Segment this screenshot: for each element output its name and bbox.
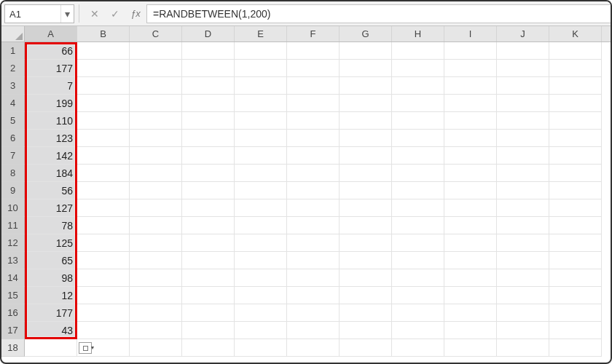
cell-c9[interactable] — [130, 182, 182, 199]
cell-f12[interactable] — [287, 234, 340, 252]
row-header-12[interactable]: 12 — [1, 234, 25, 252]
cell-e8[interactable] — [235, 165, 287, 182]
cell-b8[interactable] — [77, 165, 130, 182]
cell-j6[interactable] — [497, 130, 549, 147]
cell-e7[interactable] — [235, 147, 287, 165]
cell-e2[interactable] — [235, 60, 287, 77]
cell-f1[interactable] — [287, 42, 340, 60]
cell-i5[interactable] — [444, 112, 497, 130]
cell-h5[interactable] — [392, 112, 444, 130]
cell-k16[interactable] — [549, 304, 602, 322]
cell-f14[interactable] — [287, 269, 340, 287]
cell-j7[interactable] — [497, 147, 549, 165]
cell-c15[interactable] — [130, 287, 182, 304]
cell-i13[interactable] — [444, 252, 497, 269]
cell-j16[interactable] — [497, 304, 549, 322]
cell-g6[interactable] — [340, 130, 392, 147]
column-header-g[interactable]: G — [340, 26, 392, 41]
cell-g12[interactable] — [340, 234, 392, 252]
cell-d13[interactable] — [182, 252, 235, 269]
cell-d1[interactable] — [182, 42, 235, 60]
cell-g14[interactable] — [340, 269, 392, 287]
cell-h9[interactable] — [392, 182, 444, 199]
cell-g7[interactable] — [340, 147, 392, 165]
cell-i6[interactable] — [444, 130, 497, 147]
cell-c16[interactable] — [130, 304, 182, 322]
cell-h16[interactable] — [392, 304, 444, 322]
cell-b10[interactable] — [77, 199, 130, 217]
column-header-a[interactable]: A — [25, 26, 77, 41]
cell-k18[interactable] — [549, 339, 602, 357]
cell-j3[interactable] — [497, 77, 549, 95]
row-header-14[interactable]: 14 — [1, 269, 25, 287]
cell-a14[interactable]: 98 — [25, 269, 77, 287]
cell-j17[interactable] — [497, 322, 549, 339]
autofill-options-button[interactable] — [79, 342, 92, 354]
cell-a6[interactable]: 123 — [25, 130, 77, 147]
column-header-c[interactable]: C — [130, 26, 182, 41]
column-header-e[interactable]: E — [235, 26, 287, 41]
cell-h12[interactable] — [392, 234, 444, 252]
cell-e3[interactable] — [235, 77, 287, 95]
row-header-16[interactable]: 16 — [1, 304, 25, 322]
cell-f16[interactable] — [287, 304, 340, 322]
row-header-8[interactable]: 8 — [1, 165, 25, 182]
cell-a3[interactable]: 7 — [25, 77, 77, 95]
column-header-f[interactable]: F — [287, 26, 340, 41]
cell-i2[interactable] — [444, 60, 497, 77]
cell-a11[interactable]: 78 — [25, 217, 77, 234]
cell-b4[interactable] — [77, 95, 130, 112]
cell-a1[interactable]: 66 — [25, 42, 77, 60]
cell-e15[interactable] — [235, 287, 287, 304]
cell-h3[interactable] — [392, 77, 444, 95]
cell-c18[interactable] — [130, 339, 182, 357]
cell-a5[interactable]: 110 — [25, 112, 77, 130]
cell-g18[interactable] — [340, 339, 392, 357]
cell-g15[interactable] — [340, 287, 392, 304]
cell-k9[interactable] — [549, 182, 602, 199]
cell-c3[interactable] — [130, 77, 182, 95]
cell-c12[interactable] — [130, 234, 182, 252]
column-header-k[interactable]: K — [549, 26, 602, 41]
cell-i8[interactable] — [444, 165, 497, 182]
cell-b5[interactable] — [77, 112, 130, 130]
cell-g4[interactable] — [340, 95, 392, 112]
cell-a10[interactable]: 127 — [25, 199, 77, 217]
cell-c17[interactable] — [130, 322, 182, 339]
cell-c11[interactable] — [130, 217, 182, 234]
row-header-3[interactable]: 3 — [1, 77, 25, 95]
cell-h2[interactable] — [392, 60, 444, 77]
cell-f8[interactable] — [287, 165, 340, 182]
cell-f13[interactable] — [287, 252, 340, 269]
cell-e5[interactable] — [235, 112, 287, 130]
cell-b7[interactable] — [77, 147, 130, 165]
cell-g17[interactable] — [340, 322, 392, 339]
cell-k2[interactable] — [549, 60, 602, 77]
cell-k13[interactable] — [549, 252, 602, 269]
cell-a13[interactable]: 65 — [25, 252, 77, 269]
cell-i7[interactable] — [444, 147, 497, 165]
column-header-d[interactable]: D — [182, 26, 235, 41]
cell-k7[interactable] — [549, 147, 602, 165]
cell-g2[interactable] — [340, 60, 392, 77]
cell-a7[interactable]: 142 — [25, 147, 77, 165]
column-header-i[interactable]: I — [444, 26, 497, 41]
cell-k4[interactable] — [549, 95, 602, 112]
cell-k6[interactable] — [549, 130, 602, 147]
cell-e10[interactable] — [235, 199, 287, 217]
cell-a2[interactable]: 177 — [25, 60, 77, 77]
cell-e4[interactable] — [235, 95, 287, 112]
cell-j5[interactable] — [497, 112, 549, 130]
cell-e1[interactable] — [235, 42, 287, 60]
name-box[interactable]: A1 ▾ — [4, 4, 74, 23]
cell-a9[interactable]: 56 — [25, 182, 77, 199]
cell-b6[interactable] — [77, 130, 130, 147]
cell-k12[interactable] — [549, 234, 602, 252]
cell-d14[interactable] — [182, 269, 235, 287]
row-header-17[interactable]: 17 — [1, 322, 25, 339]
cell-g10[interactable] — [340, 199, 392, 217]
cell-d18[interactable] — [182, 339, 235, 357]
cell-a18[interactable] — [25, 339, 77, 357]
cell-i16[interactable] — [444, 304, 497, 322]
cell-b16[interactable] — [77, 304, 130, 322]
